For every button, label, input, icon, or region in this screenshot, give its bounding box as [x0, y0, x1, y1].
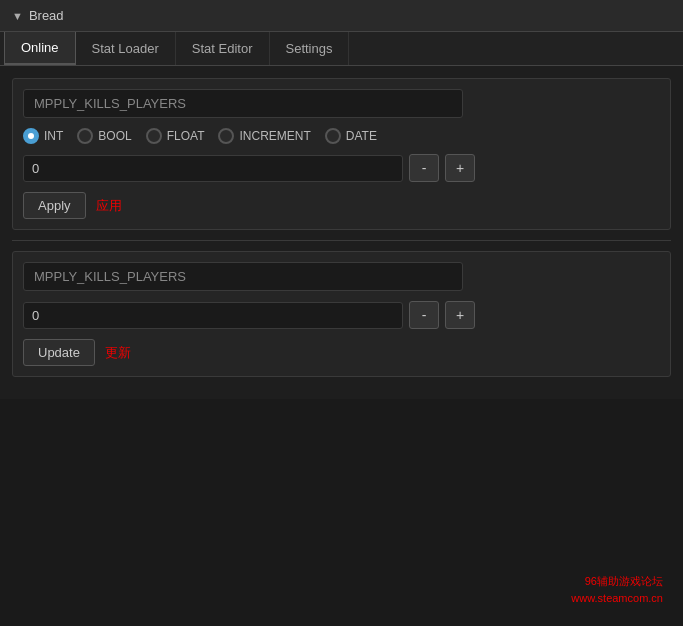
- radio-label-increment: INCREMENT: [239, 129, 310, 143]
- apply-section: MPPLY_KILLS_PLAYERS INT BOOL FLOAT INCRE…: [12, 78, 671, 230]
- stat-name-bottom: MPPLY_KILLS_PLAYERS: [23, 262, 463, 291]
- radio-label-bool: BOOL: [98, 129, 131, 143]
- watermark-line1: 96辅助游戏论坛: [571, 573, 663, 590]
- value-input-top[interactable]: [23, 155, 403, 182]
- content: MPPLY_KILLS_PLAYERS INT BOOL FLOAT INCRE…: [0, 66, 683, 399]
- update-row: Update 更新: [23, 339, 660, 366]
- tab-settings[interactable]: Settings: [270, 32, 350, 65]
- update-button[interactable]: Update: [23, 339, 95, 366]
- watermark-line2: www.steamcom.cn: [571, 590, 663, 607]
- value-row-top: - +: [23, 154, 660, 182]
- radio-circle-float[interactable]: [146, 128, 162, 144]
- radio-group: INT BOOL FLOAT INCREMENT DATE: [23, 128, 660, 144]
- apply-button[interactable]: Apply: [23, 192, 86, 219]
- radio-label-int: INT: [44, 129, 63, 143]
- apply-row: Apply 应用: [23, 192, 660, 219]
- radio-bool[interactable]: BOOL: [77, 128, 131, 144]
- tab-stat-editor[interactable]: Stat Editor: [176, 32, 270, 65]
- radio-circle-date[interactable]: [325, 128, 341, 144]
- value-input-bottom[interactable]: [23, 302, 403, 329]
- section-divider: [12, 240, 671, 241]
- apply-chinese: 应用: [96, 197, 122, 215]
- tab-online[interactable]: Online: [4, 32, 76, 65]
- plus-button-top[interactable]: +: [445, 154, 475, 182]
- minus-button-top[interactable]: -: [409, 154, 439, 182]
- radio-circle-bool[interactable]: [77, 128, 93, 144]
- update-section: MPPLY_KILLS_PLAYERS - + Update 更新: [12, 251, 671, 377]
- radio-increment[interactable]: INCREMENT: [218, 128, 310, 144]
- value-row-bottom: - +: [23, 301, 660, 329]
- radio-int[interactable]: INT: [23, 128, 63, 144]
- title-arrow: ▼: [12, 10, 23, 22]
- tab-stat-loader[interactable]: Stat Loader: [76, 32, 176, 65]
- radio-date[interactable]: DATE: [325, 128, 377, 144]
- radio-label-float: FLOAT: [167, 129, 205, 143]
- tab-bar: Online Stat Loader Stat Editor Settings: [0, 32, 683, 66]
- minus-button-bottom[interactable]: -: [409, 301, 439, 329]
- radio-float[interactable]: FLOAT: [146, 128, 205, 144]
- radio-circle-int[interactable]: [23, 128, 39, 144]
- watermark: 96辅助游戏论坛 www.steamcom.cn: [571, 573, 663, 606]
- title-text: Bread: [29, 8, 64, 23]
- radio-label-date: DATE: [346, 129, 377, 143]
- stat-name-top: MPPLY_KILLS_PLAYERS: [23, 89, 463, 118]
- plus-button-bottom[interactable]: +: [445, 301, 475, 329]
- radio-circle-increment[interactable]: [218, 128, 234, 144]
- update-chinese: 更新: [105, 344, 131, 362]
- title-bar: ▼ Bread: [0, 0, 683, 32]
